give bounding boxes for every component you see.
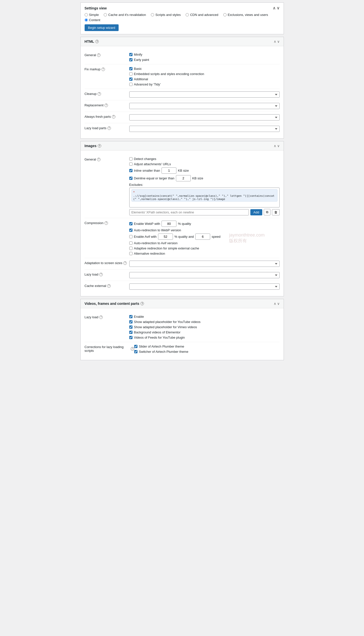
- lazy-load-parts-dropdown[interactable]: [129, 126, 280, 132]
- cache-external-dropdown[interactable]: [129, 284, 280, 290]
- trash-button[interactable]: 🗑: [272, 209, 280, 216]
- adaptation-dropdown[interactable]: [129, 261, 280, 267]
- cleanup-help-icon[interactable]: ?: [98, 92, 101, 96]
- cleanup-dropdown[interactable]: [129, 91, 280, 98]
- webp-redirect-option[interactable]: Auto-redirection to WebP version: [129, 228, 280, 232]
- excludes-tag: ✕ .://svg[contains(concat(" ",normalize-…: [132, 189, 278, 201]
- html-section: HTML ? ∧ ∨ General ? Minify: [80, 37, 284, 139]
- replacement-label: Replacement: [84, 103, 104, 107]
- vimeo-placeholder-option[interactable]: Show adapted placeholder for Vimeo video…: [129, 325, 280, 329]
- airtech-slider-option[interactable]: Slider of Airtech Plumber theme: [134, 345, 280, 348]
- collapse-icon[interactable]: ∧: [273, 6, 276, 11]
- images-general-help-icon[interactable]: ?: [97, 158, 100, 161]
- avif-speed-value[interactable]: [195, 234, 210, 240]
- fix-markup-label: Fix markup: [84, 67, 100, 71]
- excludes-wrapper[interactable]: ✕ .://svg[contains(concat(" ",normalize-…: [129, 187, 280, 207]
- adjust-urls-option[interactable]: Adjust attachments' URLs: [129, 162, 280, 166]
- videos-help-icon[interactable]: ?: [140, 302, 144, 305]
- early-paint-option[interactable]: Early paint: [129, 58, 280, 62]
- avif-redirect-option[interactable]: Auto-redirection to Avif version: [129, 241, 280, 245]
- embedded-option[interactable]: Embedded scripts and styles encoding cor…: [129, 72, 280, 76]
- elementor-bg-option[interactable]: Background videos of Elementor: [129, 330, 280, 334]
- html-expand-icon[interactable]: ∨: [277, 40, 280, 44]
- images-lazy-load-dropdown[interactable]: [129, 272, 280, 278]
- videos-expand-icon[interactable]: ∨: [277, 302, 280, 306]
- webp-quality-unit: % quality: [178, 222, 191, 226]
- webp-enable-option[interactable]: Enable WebP with: [129, 222, 160, 226]
- airtech-switcher-option[interactable]: Switcher of Airtech Plumber theme: [134, 350, 280, 353]
- images-expand-icon[interactable]: ∨: [277, 144, 280, 148]
- images-lazy-load-help-icon[interactable]: ?: [99, 273, 103, 276]
- replacement-help-icon[interactable]: ?: [104, 104, 108, 107]
- additional-option[interactable]: Additional: [129, 77, 280, 81]
- compression-help-icon[interactable]: ?: [104, 221, 108, 225]
- alternative-redirect-option[interactable]: Alternative redirection: [129, 252, 280, 255]
- avif-enable-row: Enable Avif with % quality and speed: [129, 234, 280, 240]
- radio-cache[interactable]: Cache and it's revalidation: [104, 13, 146, 17]
- radio-scripts[interactable]: Scripts and styles: [151, 13, 181, 17]
- radio-cdn[interactable]: CDN and advanced: [186, 13, 218, 17]
- xpath-input[interactable]: [129, 209, 249, 216]
- webp-enable-row: Enable WebP with % quality: [129, 221, 280, 227]
- images-lazy-load-label: Lazy load: [84, 273, 98, 276]
- adaptation-help-icon[interactable]: ?: [123, 261, 127, 265]
- radio-simple[interactable]: Simple: [84, 13, 99, 17]
- inline-smaller-row: Inline smaller than KB size: [129, 167, 280, 174]
- youtube-placeholder-option[interactable]: Show adapted placeholder for YouTube vid…: [129, 320, 280, 324]
- videos-section: Videos, frames and content parts ? ∧ ∨ L…: [80, 299, 284, 360]
- basic-option[interactable]: Basic: [129, 67, 280, 71]
- html-collapse-icon[interactable]: ∧: [274, 40, 276, 44]
- always-fresh-dropdown[interactable]: [129, 114, 280, 120]
- replacement-dropdown[interactable]: [129, 103, 280, 109]
- advanced-tidy-option[interactable]: Advanced by 'Tidy': [129, 83, 280, 86]
- corrections-label: Corrections for lazy loading scripts: [84, 345, 130, 352]
- avif-quality-unit: % quality and: [174, 235, 194, 239]
- copy-button[interactable]: ⧉: [264, 209, 270, 216]
- adaptation-label: Adaptation to screen sizes: [84, 261, 122, 265]
- deinline-larger-row: Deinline equal or larger than KB size: [129, 175, 280, 181]
- always-fresh-label: Always fresh parts: [84, 115, 111, 118]
- radio-exclusions[interactable]: Exclusions, views and users: [223, 13, 268, 17]
- general-label: General: [84, 53, 96, 57]
- videos-collapse-icon[interactable]: ∧: [274, 302, 276, 306]
- add-button[interactable]: Add: [250, 209, 262, 216]
- images-collapse-icon[interactable]: ∧: [274, 144, 276, 148]
- videos-enable-option[interactable]: Enable: [129, 315, 280, 318]
- minify-option[interactable]: Minify: [129, 53, 280, 56]
- radio-content[interactable]: Content: [84, 18, 100, 22]
- detect-changes-option[interactable]: Detect changes: [129, 157, 280, 161]
- feeds-youtube-option[interactable]: Videos of Feeds for YouTube plugin: [129, 336, 280, 339]
- expand-icon[interactable]: ∨: [277, 6, 280, 11]
- videos-lazy-load-help-icon[interactable]: ?: [99, 316, 103, 319]
- deinline-larger-unit: KB size: [192, 176, 203, 180]
- webp-quality-value[interactable]: [162, 221, 176, 227]
- html-title: HTML: [84, 40, 94, 44]
- inline-smaller-value[interactable]: [162, 167, 176, 174]
- cache-external-label: Cache external: [84, 284, 106, 288]
- corrections-help-icon[interactable]: ?: [131, 347, 134, 351]
- videos-lazy-load-label: Lazy load: [84, 315, 98, 319]
- setup-wizard-button[interactable]: Begin setup wizard: [84, 24, 119, 31]
- images-title: Images: [84, 144, 96, 148]
- always-fresh-help-icon[interactable]: ?: [112, 115, 116, 118]
- html-help-icon[interactable]: ?: [95, 40, 99, 43]
- deinline-larger-option[interactable]: Deinline equal or larger than: [129, 176, 174, 180]
- adaptive-redirect-option[interactable]: Adaptive redirection for simple external…: [129, 247, 280, 250]
- fix-markup-help-icon[interactable]: ?: [102, 68, 105, 71]
- general-help-icon[interactable]: ?: [97, 53, 100, 57]
- view-options: Simple Cache and it's revalidation Scrip…: [84, 13, 280, 22]
- tag-remove-icon[interactable]: ✕: [133, 190, 135, 193]
- excludes-label: Excludes:: [129, 183, 280, 186]
- settings-view-title: Settings view: [84, 6, 107, 10]
- avif-quality-value[interactable]: [158, 234, 173, 240]
- avif-enable-option[interactable]: Enable Avif with: [129, 235, 157, 239]
- inline-smaller-option[interactable]: Inline smaller than: [129, 169, 160, 172]
- lazy-load-parts-label: Lazy load parts: [84, 126, 106, 130]
- lazy-load-parts-help-icon[interactable]: ?: [108, 126, 111, 130]
- cache-external-help-icon[interactable]: ?: [107, 284, 111, 288]
- excludes-tag-value: .://svg[contains(concat(" ",normalize-sp…: [133, 194, 276, 201]
- excludes-section: Excludes: ✕ .://svg[contains(concat(" ",…: [129, 183, 280, 216]
- images-help-icon[interactable]: ?: [98, 144, 101, 148]
- videos-title: Videos, frames and content parts: [84, 302, 140, 306]
- deinline-larger-value[interactable]: [176, 175, 191, 181]
